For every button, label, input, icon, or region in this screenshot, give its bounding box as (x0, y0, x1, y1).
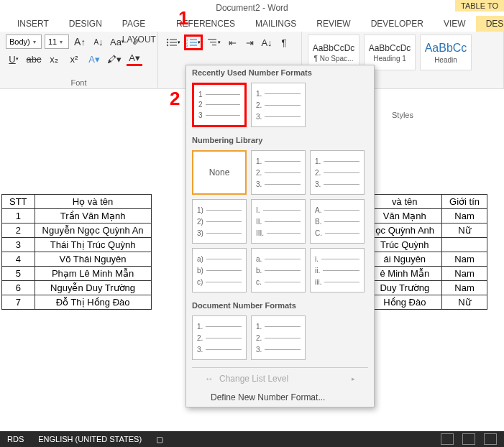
font-size-combo[interactable]: 11▾ (45, 34, 69, 49)
strike-icon[interactable]: abc (26, 52, 42, 66)
number-format-preview[interactable]: 1)2)3) (192, 199, 247, 244)
number-format-preview[interactable]: 1.2.3. (251, 315, 306, 360)
ribbon-tabs: INSERT DESIGN PAGE LAYOUT REFERENCES MAI… (0, 16, 504, 32)
read-mode-icon[interactable] (441, 433, 454, 445)
left-table[interactable]: STTHọ và tên1Trần Văn Mạnh2Nguyễn Ngọc Q… (1, 194, 152, 310)
tool-tab-group: TABLE TO (455, 0, 504, 11)
print-layout-icon[interactable] (462, 433, 475, 445)
table-row[interactable]: 4Võ Thái Nguyên (2, 252, 152, 267)
svg-point-4 (167, 45, 168, 46)
multilevel-list-button[interactable]: ▾ (204, 34, 223, 50)
tab-view[interactable]: VIEW (434, 16, 476, 32)
svg-point-0 (167, 39, 168, 40)
bullets-button[interactable]: ▾ (164, 34, 183, 50)
table-header: Họ và tên (35, 195, 151, 209)
table-row[interactable]: ê Minh MẫnNam (367, 267, 487, 281)
svg-rect-7 (190, 39, 197, 40)
library-section-title: Numbering Library (186, 133, 374, 147)
svg-rect-5 (170, 45, 177, 45)
title-bar: Document2 - Word (0, 0, 504, 16)
svg-rect-14 (212, 45, 216, 45)
doc-section-title: Document Number Formats (186, 298, 374, 313)
table-header: Giới tín (442, 195, 487, 209)
table-row[interactable]: 2Nguyễn Ngọc Quỳnh An (2, 224, 152, 238)
table-header: STT (2, 195, 35, 209)
define-new-format-item[interactable]: Define New Number Format... (186, 388, 374, 407)
svg-rect-11 (190, 45, 197, 45)
table-row[interactable]: Duy TrườngNam (367, 281, 487, 295)
decrease-indent-icon[interactable]: ⇤ (224, 35, 240, 50)
number-format-preview[interactable]: i.ii.iii. (310, 248, 365, 292)
table-row[interactable]: 6Nguyễn Duy Trường (2, 281, 152, 295)
web-layout-icon[interactable] (484, 433, 497, 445)
tab-developer[interactable]: DEVELOPER (361, 16, 434, 32)
sort-icon[interactable]: A↓ (259, 35, 275, 50)
right-table[interactable]: và tênGiới tínVăn MạnhNamọc Quỳnh AnhNữT… (367, 194, 487, 310)
svg-point-2 (167, 42, 168, 43)
subscript-icon[interactable]: x₂ (46, 52, 62, 66)
svg-rect-3 (170, 42, 177, 42)
numbering-button[interactable]: 123▾ (184, 34, 203, 50)
tab-review[interactable]: REVIEW (306, 16, 360, 32)
tab-page-layout[interactable]: PAGE LAYOUT (112, 16, 166, 32)
text-effects-icon[interactable]: A▾ (86, 52, 102, 66)
tab-table-design[interactable]: DESIGN (476, 16, 504, 32)
table-row[interactable]: Văn MạnhNam (367, 209, 487, 224)
tab-design[interactable]: DESIGN (59, 16, 112, 32)
status-words[interactable]: RDS (7, 435, 24, 443)
number-format-preview[interactable]: 1.2.3. (251, 150, 306, 195)
number-format-none[interactable]: None (192, 150, 247, 195)
number-format-preview[interactable]: 1.2.3. (251, 83, 306, 127)
highlight-icon[interactable]: 🖍▾ (106, 52, 122, 66)
table-header: và tên (367, 195, 441, 209)
number-format-preview[interactable]: A.B.C. (310, 199, 365, 244)
table-row[interactable]: 1Trần Văn Mạnh (2, 209, 152, 224)
increase-indent-icon[interactable]: ⇥ (242, 35, 257, 50)
font-color-icon[interactable]: A▾ (127, 52, 142, 66)
change-list-level-item: ↔Change List Level▸ (186, 369, 374, 388)
table-row[interactable]: 3Thái Thị Trúc Quỳnh (2, 238, 152, 252)
table-row[interactable]: ọc Quỳnh AnhNữ (367, 224, 487, 238)
change-case-icon[interactable]: Aa▾ (109, 34, 125, 49)
underline-icon[interactable]: U▾ (6, 52, 22, 66)
shrink-font-icon[interactable]: A↓ (91, 34, 106, 49)
tab-mailings[interactable]: MAILINGS (245, 16, 306, 32)
numbering-dropdown: Recently Used Number Formats 1231.2.3. N… (185, 65, 375, 407)
annotation-1: 1 (178, 7, 188, 29)
table-row[interactable]: 5Phạm Lê Minh Mẫn (2, 267, 152, 281)
number-format-preview[interactable]: 1.2.3. (192, 315, 247, 360)
status-bar: RDS ENGLISH (UNITED STATES) ▢ (0, 431, 504, 447)
superscript-icon[interactable]: x² (66, 52, 82, 66)
macro-icon[interactable]: ▢ (156, 435, 163, 444)
number-format-preview[interactable]: 1.2.3. (310, 150, 365, 195)
svg-rect-9 (190, 42, 197, 42)
show-marks-icon[interactable]: ¶ (276, 35, 292, 50)
number-format-preview[interactable]: 123 (192, 83, 247, 127)
status-language[interactable]: ENGLISH (UNITED STATES) (38, 435, 142, 443)
svg-rect-13 (210, 42, 216, 42)
table-row[interactable]: 7Đỗ Thị Hồng Đào (2, 295, 152, 310)
table-row[interactable]: Trúc Quỳnh (367, 238, 487, 252)
number-format-preview[interactable]: a)b)c) (192, 248, 247, 292)
clear-formatting-icon[interactable]: ✐ (128, 34, 144, 49)
font-group-label: Font (6, 78, 152, 87)
font-name-combo[interactable]: Body)▾ (6, 34, 42, 49)
table-row[interactable]: ái NguyênNam (367, 252, 487, 267)
svg-rect-12 (208, 39, 216, 40)
number-format-preview[interactable]: a.b.c. (251, 248, 306, 292)
grow-font-icon[interactable]: A↑ (72, 34, 88, 49)
table-row[interactable]: Hồng ĐàoNữ (367, 295, 487, 310)
svg-text:3: 3 (186, 44, 188, 47)
svg-rect-1 (170, 39, 177, 40)
font-group: Body)▾ 11▾ A↑ A↓ Aa▾ ✐ U▾ abc x₂ x² A▾ 🖍… (0, 32, 158, 88)
recent-section-title: Recently Used Number Formats (186, 65, 374, 80)
tab-insert[interactable]: INSERT (7, 16, 59, 32)
annotation-2: 2 (170, 88, 180, 110)
number-format-preview[interactable]: I.II.III. (251, 199, 306, 244)
style-item-2[interactable]: AaBbCcHeadin (420, 34, 472, 70)
